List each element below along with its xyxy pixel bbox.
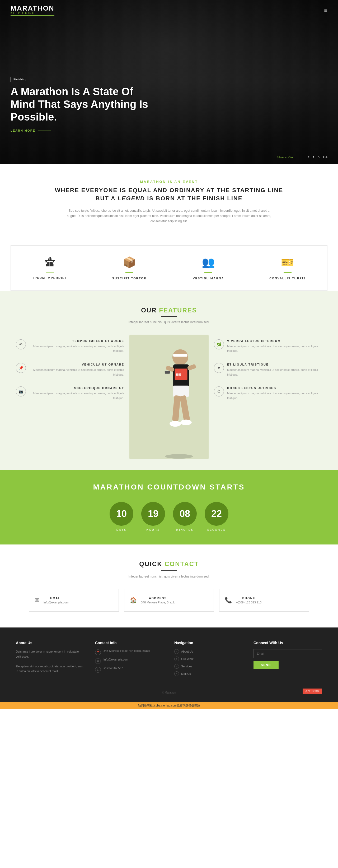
contact-title-green: CONTACT [165, 560, 199, 567]
feature-left-3: SCELERISQUE ORNARE UT Maecenas ipsum mag… [10, 382, 129, 405]
feature-right-2-title: ET LIGULA TRISTIQUE [227, 363, 322, 366]
svg-rect-2 [173, 354, 188, 357]
footer-nav-arrow-4: › [174, 671, 179, 676]
feature-label-2: SUSCIPIT TORTOR [95, 277, 164, 280]
feature-left-2-icon: 📌 [16, 363, 26, 373]
feature-right-3: ⏱ DONEC LECTUS ULTRICES Maecenas ipsum m… [209, 382, 328, 405]
feature-right-1-icon: 🌿 [214, 339, 224, 349]
template-download-badge[interactable]: 点击下载模板 [303, 688, 322, 694]
countdown-days-value: 10 [110, 502, 133, 526]
contact-card-email: ✉ EMAIL info@example.com [29, 589, 119, 612]
footer-grid: About Us Duis aute irure dolor in repreh… [16, 641, 322, 679]
countdown-section: MARATHON COUNTDOWN STARTS 10 DAYS 19 HOU… [0, 470, 338, 545]
features-title-black: OUR [141, 307, 157, 314]
footer-nav-arrow-2: › [174, 656, 179, 661]
feature-right-3-text: DONEC LECTUS ULTRICES Maecenas ipsum mag… [227, 386, 322, 400]
phone-icon: 📞 [225, 597, 232, 604]
footer-about: About Us Duis aute irure dolor in repreh… [16, 641, 84, 679]
footer-contact-title: Contact Info [95, 641, 164, 645]
share-bar: Share On f t p Bē [277, 155, 328, 159]
features-left-col: TEMPOR IMPERDIET AUGUE Maecenas ipsum ma… [10, 335, 129, 459]
footer-nav-arrow-1: › [174, 649, 179, 654]
countdown-days-label: DAYS [116, 528, 127, 531]
svg-point-13 [180, 420, 192, 425]
contact-subtitle: Integer laoreet nunc nisl, quis viverra … [21, 575, 317, 578]
road-icon: 🛣 [16, 256, 84, 268]
footer-about-title: About Us [16, 641, 84, 645]
countdown-numbers: 10 DAYS 19 HOURS 08 MINUTES 22 SECONDS [10, 502, 328, 531]
share-label: Share On [277, 156, 305, 159]
footer-email-input[interactable] [253, 649, 322, 658]
countdown-title: MARATHON COUNTDOWN STARTS [10, 483, 328, 491]
feature-icons-grid: 🛣 IPSUM IMPERDIET 📦 SUSCIPIT TORTOR 👥 VE… [10, 245, 328, 291]
footer-nav-services[interactable]: › Services [174, 664, 243, 669]
twitter-icon[interactable]: t [313, 155, 314, 159]
feature-left-2-text: VEHICULA UT ORNARE Maecenas ipsum magna,… [29, 363, 124, 377]
feature-left-2: VEHICULA UT ORNARE Maecenas ipsum magna,… [10, 358, 129, 382]
svg-point-14 [165, 454, 193, 459]
feature-left-1-body: Maecenas ipsum magna, vehicula ut sceler… [29, 344, 124, 353]
hero-content: Finishing A Marathon Is A State Of Mind … [10, 76, 156, 132]
runner-svg: BIB [129, 335, 209, 459]
countdown-hours-label: HOURS [146, 528, 160, 531]
address-value: 348 Melrose Place, Brazil. [141, 601, 175, 604]
event-section: MARATHON IS AN EVENT WHERE EVERYONE IS E… [0, 164, 338, 235]
contact-divider [161, 570, 177, 571]
email-value: info@example.com [43, 601, 68, 604]
svg-point-1 [172, 349, 188, 365]
footer-email-icon: ✉ [95, 658, 101, 664]
feature-right-2-body: Maecenas ipsum magna, vehicula ut sceler… [227, 368, 322, 377]
svg-rect-9 [173, 385, 189, 397]
footer-nav-mail[interactable]: › Mail Us [174, 671, 243, 676]
feature-right-3-title: DONEC LECTUS ULTRICES [227, 386, 322, 390]
logo-text: MARATHON [10, 5, 55, 12]
footer-nav-work-label: Our Work [181, 657, 194, 660]
feature-label-1: IPSUM IMPERDIET [16, 276, 84, 279]
facebook-icon[interactable]: f [308, 155, 309, 159]
event-heading-line1: WHERE EVERYONE IS EQUAL AND ORDINARY AT … [55, 187, 283, 193]
footer-nav-services-label: Services [181, 665, 192, 668]
feature-item-3: 👥 VESTIBU MAGNA [169, 246, 248, 290]
features-title: OUR FEATURES [10, 307, 328, 314]
email-label: EMAIL [43, 596, 68, 600]
footer-phone-icon: 📞 [95, 667, 101, 673]
contact-section: QUICK CONTACT Integer laoreet nunc nisl,… [0, 545, 338, 627]
watermark-text: 访问脸萌社区bbs.xieniao.com免费下载模板资源 [138, 704, 200, 707]
feature-item-2: 📦 SUSCIPIT TORTOR [90, 246, 169, 290]
feature-right-1: 🌿 VIVERRA LECTUS INTERDUM Maecenas ipsum… [209, 335, 328, 358]
features-right-col: 🌿 VIVERRA LECTUS INTERDUM Maecenas ipsum… [209, 335, 328, 459]
pinterest-icon[interactable]: p [318, 155, 319, 159]
footer-nav: Navigation › About Us › Our Work › Servi… [174, 641, 243, 679]
behance-icon[interactable]: Bē [323, 155, 328, 159]
menu-icon[interactable]: ≡ [324, 7, 328, 14]
event-heading-but: BUT A [96, 195, 116, 202]
features-title-green: FEATURES [159, 307, 197, 314]
features-header: OUR FEATURES [10, 307, 328, 317]
feature-left-1-text: TEMPOR IMPERDIET AUGUE Maecenas ipsum ma… [29, 339, 124, 353]
footer-send-button[interactable]: SEND [253, 661, 279, 669]
box-icon: 📦 [95, 256, 164, 269]
footer-nav-work[interactable]: › Our Work [174, 656, 243, 661]
footer-email-text: info@example.com [103, 658, 128, 661]
learn-more-button[interactable]: LEARN MORE [10, 129, 156, 132]
countdown-minutes-value: 08 [173, 502, 197, 526]
footer-nav-about[interactable]: › About Us [174, 649, 243, 654]
countdown-seconds-label: SECONDS [207, 528, 226, 531]
footer-location-icon: 📍 [95, 649, 101, 655]
svg-text:BIB: BIB [176, 373, 181, 376]
contact-title-black: QUICK [139, 560, 162, 567]
feature-right-3-body: Maecenas ipsum magna, vehicula ut sceler… [227, 391, 322, 400]
countdown-hours: 19 HOURS [141, 502, 165, 531]
logo-tagline: KEEP GOING [10, 12, 55, 16]
contact-cards: ✉ EMAIL info@example.com 🏠 ADDRESS 348 M… [21, 589, 317, 612]
svg-rect-8 [165, 371, 170, 374]
address-icon: 🏠 [130, 597, 137, 604]
navbar: MARATHON KEEP GOING ≡ [0, 0, 338, 20]
features-content: TEMPOR IMPERDIET AUGUE Maecenas ipsum ma… [10, 335, 328, 459]
runner-image: BIB [129, 335, 209, 459]
email-icon: ✉ [35, 597, 39, 604]
feature-left-3-text: SCELERISQUE ORNARE UT Maecenas ipsum mag… [29, 386, 124, 400]
svg-rect-0 [129, 335, 209, 459]
countdown-seconds-value: 22 [205, 502, 228, 526]
features-section: OUR FEATURES Integer laoreet nunc nisl, … [0, 291, 338, 470]
